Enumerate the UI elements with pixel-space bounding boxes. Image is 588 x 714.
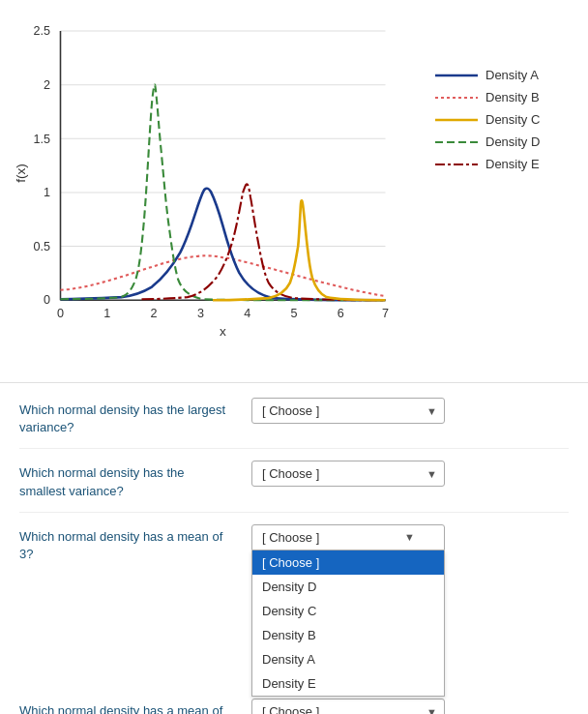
svg-text:3: 3 [197,307,204,320]
question-row-q2: Which normal density has the smallest va… [19,461,569,512]
question-select-q4[interactable]: [ Choose ] Density A Density B Density C… [251,699,445,714]
svg-text:5: 5 [290,307,297,320]
select-wrapper-q2: [ Choose ] Density A Density B Density C… [251,461,445,487]
dropdown-item-density-a[interactable]: Density A [252,647,444,671]
legend-label-density-c: Density C [485,112,540,127]
dropdown-item-choose[interactable]: [ Choose ] [252,550,444,575]
legend-label-density-a: Density A [485,68,539,82]
chart-area: 0 0.5 1 1.5 2 2.5 f(x) 0 1 2 3 4 5 6 7 x [0,0,588,377]
svg-text:0: 0 [44,293,50,307]
legend-label-density-b: Density B [485,90,540,104]
dropdown-item-density-d[interactable]: Density D [252,575,444,599]
svg-text:2.5: 2.5 [33,24,50,38]
question-row-q1: Which normal density has the largest var… [19,398,569,449]
chart-svg: 0 0.5 1 1.5 2 2.5 f(x) 0 1 2 3 4 5 6 7 x [10,10,416,377]
svg-text:6: 6 [338,307,344,320]
question-text-q2: Which normal density has the smallest va… [19,461,232,499]
svg-text:0.5: 0.5 [33,240,50,253]
dropdown-item-density-c[interactable]: Density C [252,599,444,623]
svg-text:1: 1 [103,307,110,320]
select-wrapper-q1: [ Choose ] Density A Density B Density C… [251,398,445,424]
legend-item-density-e: Density E [435,157,540,171]
dropdown-open-q3: [ Choose ] ▼ [ Choose ] Density D Densit… [251,524,445,550]
svg-text:2: 2 [44,78,50,92]
density-d-line-icon [435,137,478,147]
questions-area: Which normal density has the largest var… [0,382,588,714]
chevron-down-icon: ▼ [404,531,415,543]
svg-text:f(x): f(x) [14,164,28,183]
svg-text:1.5: 1.5 [33,133,50,146]
legend-label-density-e: Density E [485,157,540,171]
legend: Density A Density B Density C Density D … [435,68,540,171]
svg-text:7: 7 [382,307,389,320]
svg-text:0: 0 [57,307,64,320]
svg-text:2: 2 [151,307,158,320]
question-text-q3: Which normal density has a mean of 3? [19,524,232,563]
question-text-q1: Which normal density has the largest var… [19,398,232,436]
legend-label-density-d: Density D [485,134,540,149]
question-row-q4: Which normal density has a mean of 5? [ … [19,699,569,714]
svg-text:x: x [220,324,226,339]
question-select-q2[interactable]: [ Choose ] Density A Density B Density C… [251,461,445,487]
density-a-line-icon [435,71,478,80]
dropdown-item-density-b[interactable]: Density B [252,623,444,647]
question-row-q3: Which normal density has a mean of 3? [ … [19,524,569,563]
svg-text:1: 1 [44,186,50,199]
select-wrapper-q4: [ Choose ] Density A Density B Density C… [251,699,445,714]
question-text-q4: Which normal density has a mean of 5? [19,699,232,714]
dropdown-item-density-e[interactable]: Density E [252,671,444,696]
dropdown-trigger-label: [ Choose ] [262,530,319,545]
legend-item-density-d: Density D [435,134,540,149]
density-c-line-icon [435,115,478,125]
legend-item-density-a: Density A [435,68,540,82]
legend-item-density-b: Density B [435,90,540,104]
legend-item-density-c: Density C [435,112,540,127]
dropdown-list-q3: [ Choose ] Density D Density C Density B… [251,550,445,697]
question-select-q1[interactable]: [ Choose ] Density A Density B Density C… [251,398,445,424]
dropdown-trigger-q3[interactable]: [ Choose ] ▼ [251,524,445,550]
svg-text:4: 4 [244,307,250,320]
chart-container: 0 0.5 1 1.5 2 2.5 f(x) 0 1 2 3 4 5 6 7 x [10,10,416,377]
density-b-line-icon [435,93,478,103]
density-e-line-icon [435,160,478,169]
